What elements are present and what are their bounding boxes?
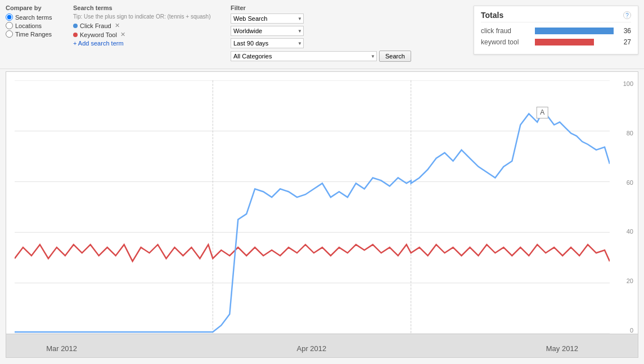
category-wrapper: All Categories <box>231 51 377 61</box>
totals-header: Totals ? <box>481 11 631 22</box>
totals-value-2: 27 <box>617 38 631 46</box>
chart-svg: A <box>15 80 610 334</box>
y-label-0: 0 <box>611 327 633 334</box>
radio-locations[interactable]: Locations <box>6 22 62 29</box>
totals-label-2: keyword tool <box>481 38 532 46</box>
compare-by-label: Compare by <box>6 4 62 11</box>
totals-bar-1 <box>535 28 614 34</box>
filter-row-3: Last 90 days <box>231 38 411 48</box>
tip-text: Tip: Use the plus sign to indicate OR: (… <box>73 13 219 20</box>
totals-label-1: click fraud <box>481 27 532 35</box>
blue-line <box>15 111 610 333</box>
radio-search-terms[interactable]: Search terms <box>6 13 62 21</box>
remove-term-2-button[interactable]: ✕ <box>119 31 127 38</box>
y-label-100: 100 <box>611 80 633 87</box>
totals-bar-2 <box>535 39 594 46</box>
x-label-mar: Mar 2012 <box>46 344 77 353</box>
y-label-80: 80 <box>611 130 633 136</box>
term-item-2: Keyword Tool ✕ <box>73 31 219 38</box>
x-label-apr: Apr 2012 <box>297 344 327 353</box>
region-select[interactable]: Worldwide <box>231 26 304 36</box>
svg-text:A: A <box>540 108 544 116</box>
region-wrapper: Worldwide <box>231 26 304 36</box>
compare-by-section: Compare by Search terms Locations Time R… <box>6 4 62 39</box>
term-text-2: Keyword Tool <box>80 31 117 38</box>
totals-bar-1-container <box>535 28 614 34</box>
term-item-1: Click Fraud ✕ <box>73 22 219 29</box>
totals-row-2: keyword tool 27 <box>481 38 631 46</box>
search-button[interactable]: Search <box>379 51 411 62</box>
filter-section: Filter Web Search Worldwide L <box>231 4 411 64</box>
search-terms-section: Search terms Tip: Use the plus sign to i… <box>73 4 219 47</box>
chart-container: Mar 2012 Apr 2012 May 2012 100 80 60 40 … <box>6 71 638 358</box>
time-range-wrapper: Last 90 days <box>231 38 304 48</box>
x-labels: Mar 2012 Apr 2012 May 2012 <box>15 344 610 353</box>
term-dot-red <box>73 33 78 37</box>
red-line <box>15 244 610 261</box>
totals-panel: Totals ? click fraud 36 keyword tool 27 <box>474 6 638 54</box>
term-dot-blue <box>73 24 78 28</box>
category-select[interactable]: All Categories <box>231 51 377 61</box>
totals-row-1: click fraud 36 <box>481 27 631 35</box>
totals-bar-2-container <box>535 39 614 46</box>
remove-term-1-button[interactable]: ✕ <box>114 22 121 29</box>
radio-time-ranges[interactable]: Time Ranges <box>6 30 62 38</box>
filter-row-2: Worldwide <box>231 26 411 36</box>
filter-row-1: Web Search <box>231 13 411 24</box>
time-range-select[interactable]: Last 90 days <box>231 38 304 48</box>
search-type-select[interactable]: Web Search <box>231 13 304 24</box>
filter-label: Filter <box>231 4 411 11</box>
y-label-20: 20 <box>611 277 633 284</box>
totals-value-1: 36 <box>617 27 631 35</box>
filter-row-4: All Categories Search <box>231 51 411 62</box>
totals-help-icon[interactable]: ? <box>623 11 631 19</box>
search-type-wrapper: Web Search <box>231 13 304 24</box>
search-terms-label: Search terms <box>73 4 219 11</box>
y-labels: 100 80 60 40 20 0 <box>611 80 633 334</box>
y-label-40: 40 <box>611 228 633 235</box>
term-text-1: Click Fraud <box>80 22 111 29</box>
x-label-may: May 2012 <box>546 344 578 353</box>
add-search-term-link[interactable]: + Add search term <box>73 40 219 47</box>
totals-title: Totals <box>481 11 503 20</box>
y-label-60: 60 <box>611 179 633 186</box>
